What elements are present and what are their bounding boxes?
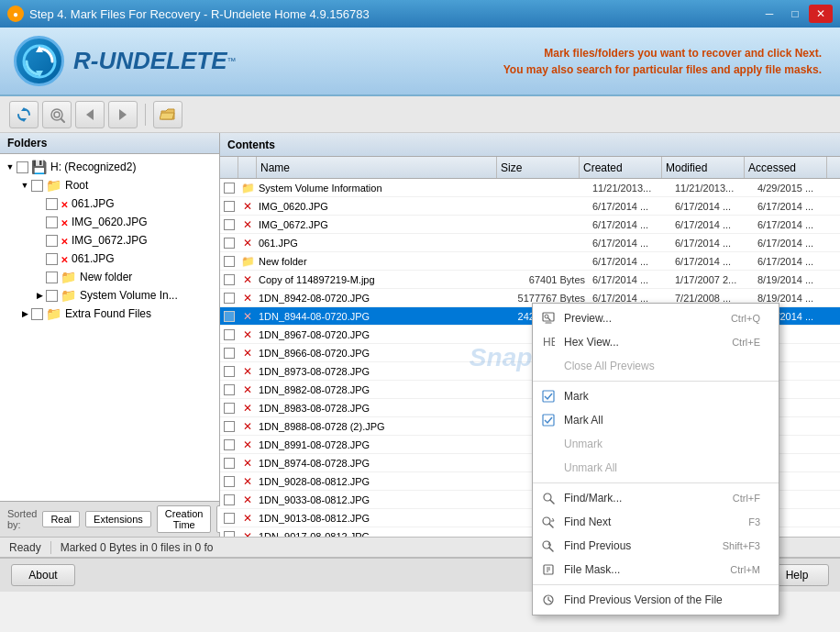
open-folder-button[interactable] xyxy=(153,101,182,128)
delete-icon: ✕ xyxy=(238,438,257,451)
file-checkbox[interactable] xyxy=(46,253,58,265)
row-checkbox[interactable] xyxy=(220,238,238,249)
row-checkbox[interactable] xyxy=(220,403,238,414)
drive-checkbox[interactable] xyxy=(17,161,28,173)
file-label: IMG_0672.JPG xyxy=(72,234,148,247)
next-scan-button[interactable] xyxy=(108,101,138,128)
row-checkbox[interactable] xyxy=(220,439,238,450)
file-checkbox[interactable] xyxy=(31,308,43,320)
tree-item-061jpg[interactable]: ✕ 061.JPG xyxy=(4,194,216,213)
about-button[interactable]: About xyxy=(11,564,75,586)
ctx-preview-label: Preview... xyxy=(564,312,724,325)
title-text: Step 4. Mark Files For Recovery - R-Unde… xyxy=(29,7,370,21)
col-accessed-header[interactable]: Accessed xyxy=(745,157,827,178)
ctx-findprev[interactable]: Find Previous Shift+F3 xyxy=(533,534,779,558)
row-checkbox[interactable] xyxy=(220,329,238,340)
sort-creation-button[interactable]: Creation Time xyxy=(157,505,212,533)
file-modified: 11/21/2013... xyxy=(675,183,757,194)
row-checkbox[interactable] xyxy=(220,348,238,359)
prev-button[interactable] xyxy=(75,101,105,128)
delete-icon: ✕ xyxy=(238,347,257,360)
file-name: IMG_0672.JPG xyxy=(257,219,510,230)
row-checkbox[interactable] xyxy=(220,256,238,267)
file-row[interactable]: ✕ Copy of 114897219-M.jpg 67401 Bytes 6/… xyxy=(220,271,840,289)
delete-icon: ✕ xyxy=(238,292,257,305)
minimize-button[interactable]: ─ xyxy=(757,5,781,23)
file-checkbox[interactable] xyxy=(46,198,58,210)
ctx-separator3 xyxy=(533,584,779,585)
row-checkbox[interactable] xyxy=(220,311,238,322)
unmark-icon xyxy=(540,436,557,452)
sort-real-button[interactable]: Real xyxy=(42,511,80,527)
col-modified-header[interactable]: Modified xyxy=(662,157,745,178)
file-row[interactable]: ✕ IMG_0620.JPG 6/17/2014 ... 6/17/2014 .… xyxy=(220,197,840,216)
file-label: 061.JPG xyxy=(72,197,115,210)
folder-icon: 📁 xyxy=(238,182,257,194)
ctx-filemask[interactable]: File Mask... Ctrl+M xyxy=(533,558,779,582)
file-row[interactable]: 📁 System Volume Information 11/21/2013..… xyxy=(220,179,840,197)
file-accessed: 6/17/2014 ... xyxy=(757,219,840,230)
tree-item-extrafound[interactable]: ▶ 📁 Extra Found Files xyxy=(4,305,216,323)
tree-item-061b[interactable]: ✕ 061.JPG xyxy=(4,249,216,268)
ctx-mark[interactable]: Mark xyxy=(533,384,779,408)
file-name: 1DN_8991-08-0728.JPG xyxy=(257,439,510,450)
expander[interactable]: ▶ xyxy=(18,307,31,320)
file-checkbox[interactable] xyxy=(46,216,58,228)
maximize-button[interactable]: □ xyxy=(783,5,807,23)
file-row[interactable]: ✕ 061.JPG 6/17/2014 ... 6/17/2014 ... 6/… xyxy=(220,234,840,252)
expander[interactable]: ▶ xyxy=(33,289,46,302)
file-name: 061.JPG xyxy=(257,238,510,249)
drive-label: H: (Recognized2) xyxy=(50,161,136,173)
tree-expander[interactable]: ▼ xyxy=(4,161,17,173)
row-checkbox[interactable] xyxy=(220,366,238,377)
file-row[interactable]: 📁 New folder 6/17/2014 ... 6/17/2014 ...… xyxy=(220,252,840,271)
ctx-findprevver[interactable]: Find Previous Version of the File xyxy=(533,588,779,612)
row-checkbox[interactable] xyxy=(220,384,238,395)
tree-item-img0620[interactable]: ✕ IMG_0620.JPG xyxy=(4,213,216,231)
unmarkall-icon xyxy=(540,460,557,476)
ctx-hexview[interactable]: HEX Hex View... Ctrl+E xyxy=(533,330,779,354)
file-name: 1DN_9017-08-0812.JPG xyxy=(257,531,510,538)
tree-item-drive[interactable]: ▼ 💾 H: (Recognized2) xyxy=(4,158,216,176)
row-checkbox[interactable] xyxy=(220,219,238,230)
root-checkbox[interactable] xyxy=(31,180,43,192)
svg-line-22 xyxy=(549,548,553,551)
row-checkbox[interactable] xyxy=(220,494,238,505)
file-name: System Volume Information xyxy=(257,183,510,194)
row-checkbox[interactable] xyxy=(220,201,238,212)
row-checkbox[interactable] xyxy=(220,274,238,285)
tree-item-sysvolinfo[interactable]: ▶ 📁 System Volume In... xyxy=(4,286,216,305)
ctx-separator xyxy=(533,381,779,382)
file-checkbox[interactable] xyxy=(46,290,58,302)
col-size-header[interactable]: Size xyxy=(497,157,580,178)
row-checkbox[interactable] xyxy=(220,476,238,487)
file-checkbox[interactable] xyxy=(46,272,58,283)
sort-extensions-button[interactable]: Extensions xyxy=(85,511,151,527)
tree-item-newfolder[interactable]: 📁 New folder xyxy=(4,268,216,286)
ctx-markall[interactable]: Mark All xyxy=(533,408,779,432)
row-checkbox[interactable] xyxy=(220,531,238,538)
close-button[interactable]: ✕ xyxy=(809,5,833,23)
expander xyxy=(33,271,46,283)
file-name: 1DN_8942-08-0720.JPG xyxy=(257,293,510,304)
scan-button[interactable] xyxy=(42,101,72,128)
refresh-button[interactable] xyxy=(9,101,39,128)
row-checkbox[interactable] xyxy=(220,458,238,469)
expander xyxy=(33,234,46,247)
ctx-findnext[interactable]: Find Next F3 xyxy=(533,510,779,534)
tree-item-root[interactable]: ▼ 📁 Root xyxy=(4,176,216,194)
ctx-findmark[interactable]: Find/Mark... Ctrl+F xyxy=(533,486,779,510)
row-checkbox[interactable] xyxy=(220,421,238,432)
file-checkbox[interactable] xyxy=(46,235,58,247)
row-checkbox[interactable] xyxy=(220,183,238,194)
tree-expander-root[interactable]: ▼ xyxy=(18,179,31,192)
tree-item-img0672[interactable]: ✕ IMG_0672.JPG xyxy=(4,231,216,249)
file-name: 1DN_8982-08-0728.JPG xyxy=(257,384,510,395)
row-checkbox[interactable] xyxy=(220,513,238,524)
row-checkbox[interactable] xyxy=(220,293,238,304)
col-name-header[interactable]: Name xyxy=(257,157,497,178)
ctx-preview[interactable]: Preview... Ctrl+Q xyxy=(533,306,779,330)
col-created-header[interactable]: Created xyxy=(580,157,662,178)
svg-line-18 xyxy=(550,500,554,504)
file-row[interactable]: ✕ IMG_0672.JPG 6/17/2014 ... 6/17/2014 .… xyxy=(220,216,840,234)
